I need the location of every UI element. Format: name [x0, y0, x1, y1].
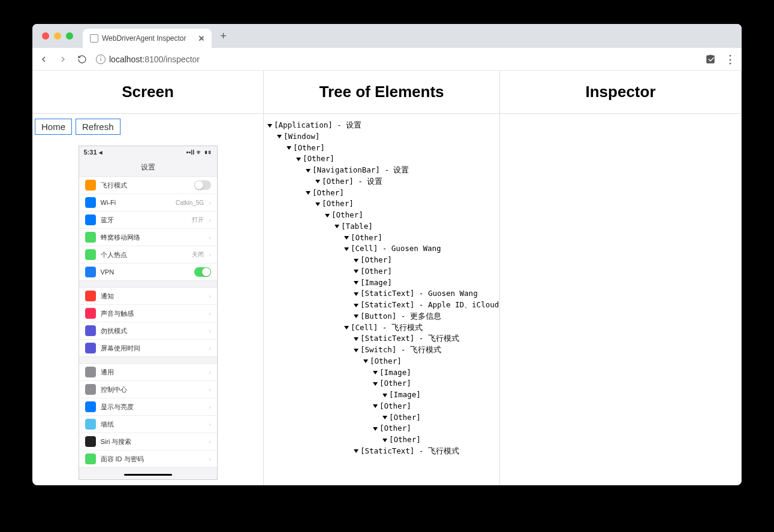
caret-icon[interactable]	[354, 270, 359, 273]
settings-row[interactable]: 勿扰模式›	[79, 322, 217, 340]
caret-icon[interactable]	[354, 449, 359, 453]
tree-node[interactable]: [Cell] - Guosen Wang	[267, 243, 496, 255]
caret-icon[interactable]	[344, 236, 349, 240]
tree-node[interactable]: [Other]	[267, 210, 496, 221]
tree-node[interactable]: [StaticText] - Guosen Wang	[267, 288, 496, 300]
settings-section: 通知›声音与触感›勿扰模式›屏幕使用时间›	[79, 287, 217, 357]
tree-node[interactable]: [Other]	[267, 412, 496, 424]
caret-icon[interactable]	[267, 124, 272, 128]
caret-icon[interactable]	[287, 146, 291, 150]
settings-row[interactable]: 飞行模式	[79, 177, 217, 194]
settings-row[interactable]: 个人热点关闭›	[79, 246, 217, 264]
site-info-icon[interactable]: i	[96, 55, 106, 64]
tree-label: [Other]	[293, 143, 325, 152]
caret-icon[interactable]	[315, 180, 320, 183]
settings-row[interactable]: 通用›	[79, 364, 217, 381]
caret-icon[interactable]	[335, 225, 339, 228]
browser-tab[interactable]: WebDriverAgent Inspector	[83, 29, 212, 48]
caret-icon[interactable]	[354, 349, 359, 352]
caret-icon[interactable]	[306, 169, 311, 173]
caret-icon[interactable]	[344, 326, 349, 330]
caret-icon[interactable]	[296, 158, 301, 161]
tree-node[interactable]: [Image]	[267, 367, 496, 379]
caret-icon[interactable]	[277, 135, 282, 138]
tree-node[interactable]: [Other]	[267, 198, 496, 210]
element-tree[interactable]: [Application] - 设置[Window][Other][Other]…	[264, 114, 499, 463]
tree-node[interactable]: [Other] - 设置	[267, 176, 496, 188]
tree-node[interactable]: [Application] - 设置	[267, 120, 496, 131]
caret-icon[interactable]	[354, 281, 359, 285]
tree-node[interactable]: [Other]	[267, 434, 496, 446]
tree-node[interactable]: [StaticText] - 飞行模式	[267, 333, 496, 344]
tree-node[interactable]: [Table]	[267, 221, 496, 232]
forward-button[interactable]	[58, 54, 68, 65]
back-button[interactable]	[38, 54, 49, 65]
caret-icon[interactable]	[363, 359, 368, 363]
row-switch[interactable]	[194, 180, 211, 190]
caret-icon[interactable]	[373, 382, 378, 386]
tree-node[interactable]: [Other]	[267, 232, 496, 244]
settings-row[interactable]: 屏幕使用时间›	[79, 340, 217, 356]
device-preview[interactable]: 5:31 ◂ ••ll ᯤ ▮▯ 设置 飞行模式Wi-FiCatkin_5G›蓝…	[79, 146, 218, 480]
tree-node[interactable]: [Image]	[267, 389, 496, 401]
row-switch[interactable]	[194, 267, 211, 277]
settings-row[interactable]: VPN	[79, 264, 217, 280]
tree-node[interactable]: [Other]	[267, 255, 496, 266]
caret-icon[interactable]	[383, 416, 387, 419]
tree-node[interactable]: [Other]	[267, 378, 496, 389]
extension-icon[interactable]	[704, 53, 716, 65]
caret-icon[interactable]	[315, 202, 320, 206]
caret-icon[interactable]	[306, 191, 311, 195]
tree-node[interactable]: [Other]	[267, 356, 496, 367]
caret-icon[interactable]	[354, 304, 359, 307]
settings-row[interactable]: 显示与亮度›	[79, 398, 217, 416]
tree-node[interactable]: [Button] - 更多信息	[267, 311, 496, 322]
caret-icon[interactable]	[354, 315, 359, 318]
settings-row[interactable]: Wi-FiCatkin_5G›	[79, 194, 217, 211]
row-icon	[85, 436, 96, 447]
tree-node[interactable]: [Switch] - 飞行模式	[267, 344, 496, 356]
settings-row[interactable]: 蜂窝移动网络›	[79, 229, 217, 246]
new-tab-button[interactable]: +	[215, 28, 232, 44]
url-field[interactable]: i localhost:8100/inspector	[96, 55, 696, 64]
caret-icon[interactable]	[354, 337, 359, 341]
tree-node[interactable]: [NavigationBar] - 设置	[267, 165, 496, 176]
tree-node[interactable]: [Other]	[267, 401, 496, 412]
settings-row[interactable]: 面容 ID 与密码›	[79, 451, 217, 467]
caret-icon[interactable]	[373, 427, 378, 431]
settings-row[interactable]: 声音与触感›	[79, 305, 217, 322]
settings-row[interactable]: 墙纸›	[79, 416, 217, 433]
tree-node[interactable]: [Other]	[267, 188, 496, 199]
settings-row[interactable]: 蓝牙打开›	[79, 211, 217, 229]
tree-node[interactable]: [Cell] - 飞行模式	[267, 322, 496, 334]
tree-node[interactable]: [Other]	[267, 423, 496, 434]
caret-icon[interactable]	[383, 394, 387, 397]
settings-row[interactable]: 通知›	[79, 288, 217, 305]
caret-icon[interactable]	[325, 214, 330, 217]
caret-icon[interactable]	[373, 371, 378, 374]
home-button[interactable]: Home	[35, 119, 72, 135]
caret-icon[interactable]	[354, 259, 359, 262]
tree-node[interactable]: [Image]	[267, 277, 496, 289]
row-icon	[85, 419, 96, 430]
reload-button[interactable]	[77, 54, 88, 65]
tree-node[interactable]: [Window]	[267, 131, 496, 143]
fullscreen-window-button[interactable]	[66, 32, 73, 40]
tree-node[interactable]: [StaticText] - Apple ID、iCloud、iTunes 与 …	[267, 300, 496, 311]
close-tab-button[interactable]	[198, 35, 204, 41]
close-window-button[interactable]	[42, 32, 49, 40]
caret-icon[interactable]	[373, 404, 378, 408]
settings-row[interactable]: 控制中心›	[79, 381, 217, 398]
refresh-button[interactable]: Refresh	[76, 119, 121, 135]
tree-node[interactable]: [StaticText] - 飞行模式	[267, 446, 496, 457]
minimize-window-button[interactable]	[54, 32, 61, 40]
menu-button[interactable]: ⋮	[725, 54, 736, 65]
tree-node[interactable]: [Other]	[267, 153, 496, 165]
tree-node[interactable]: [Other]	[267, 143, 496, 154]
caret-icon[interactable]	[354, 292, 359, 296]
settings-row[interactable]: Siri 与搜索›	[79, 433, 217, 451]
caret-icon[interactable]	[344, 247, 349, 251]
tree-label: [Other]	[380, 401, 411, 410]
tree-node[interactable]: [Other]	[267, 266, 496, 277]
caret-icon[interactable]	[383, 439, 387, 442]
